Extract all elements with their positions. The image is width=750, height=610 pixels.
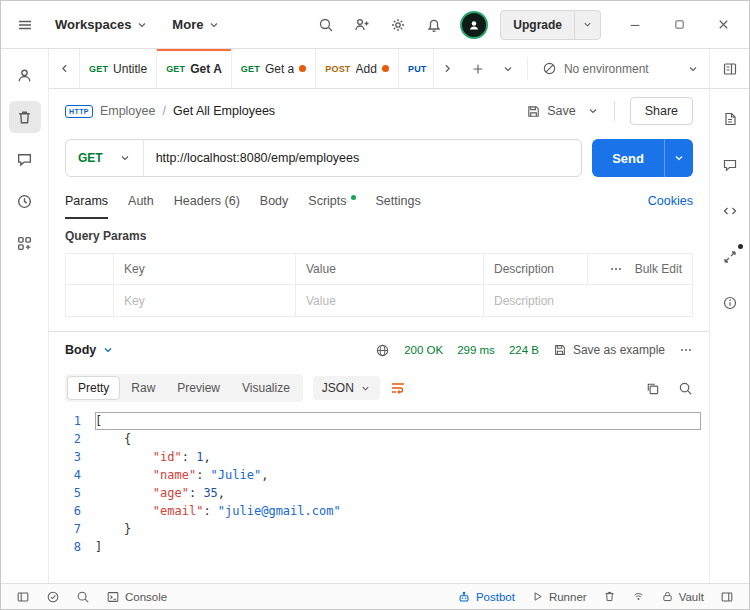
sidebar-item-more-apps[interactable] (9, 227, 41, 259)
save-options-caret[interactable] (587, 105, 599, 117)
send-button[interactable]: Send (592, 139, 664, 177)
response-body-dropdown[interactable]: Body (65, 343, 114, 357)
code-line[interactable]: 6 "email": "julie@gmail.com" (49, 502, 701, 520)
maximize-button[interactable] (667, 13, 691, 37)
close-button[interactable] (711, 13, 735, 37)
settings-button[interactable] (384, 11, 412, 39)
sidebar-item-collections[interactable] (9, 101, 41, 133)
workspaces-menu[interactable]: Workspaces (47, 11, 156, 38)
save-button[interactable]: Save (526, 104, 576, 119)
tab-add-employee[interactable]: POST Add (315, 49, 399, 88)
notifications-button[interactable] (420, 11, 448, 39)
tab-scripts[interactable]: Scripts (308, 183, 355, 219)
method-dropdown[interactable]: GET (66, 140, 144, 176)
sync-status-button[interactable] (41, 588, 65, 606)
search-in-response-icon[interactable] (678, 381, 693, 396)
code-line[interactable]: 8] (49, 538, 701, 556)
wrap-lines-icon[interactable] (390, 380, 406, 396)
code-line-content[interactable]: { (95, 430, 701, 448)
related-requests-button[interactable] (714, 241, 746, 273)
invite-button[interactable] (348, 11, 376, 39)
code-line[interactable]: 7 } (49, 520, 701, 538)
tab-put-request[interactable]: PUT (398, 49, 434, 88)
param-value-input[interactable] (306, 294, 473, 308)
select-all-cell[interactable] (66, 254, 114, 285)
code-line-content[interactable]: "name": "Julie", (95, 466, 701, 484)
info-button[interactable] (714, 287, 746, 319)
tab-preview[interactable]: Preview (166, 376, 231, 400)
sidebar-item-user[interactable] (9, 59, 41, 91)
code-line-content[interactable]: [ (95, 412, 701, 430)
minimize-button[interactable] (623, 13, 647, 37)
search-button[interactable] (312, 11, 340, 39)
share-button[interactable]: Share (630, 97, 693, 125)
tabs-back-button[interactable] (49, 49, 79, 88)
tab-body[interactable]: Body (260, 183, 289, 219)
url-input[interactable] (144, 140, 582, 176)
runner-button[interactable]: Runner (526, 588, 592, 605)
sidebar-item-history[interactable] (9, 185, 41, 217)
tab-params[interactable]: Params (65, 183, 108, 219)
code-line-content[interactable]: "email": "julie@gmail.com" (95, 502, 701, 520)
breadcrumb-request-name[interactable]: Get All Employees (173, 104, 275, 118)
code-line-content[interactable]: "id": 1, (95, 448, 701, 466)
code-line[interactable]: 4 "name": "Julie", (49, 466, 701, 484)
environment-selector[interactable]: No environment (532, 49, 709, 88)
code-line[interactable]: 1[ (49, 412, 701, 430)
code-line[interactable]: 5 "age": 35, (49, 484, 701, 502)
tab-headers[interactable]: Headers (6) (174, 183, 240, 219)
cookies-link[interactable]: Cookies (648, 183, 693, 219)
send-options-caret[interactable] (664, 139, 693, 177)
toggle-sidebar-button[interactable] (11, 588, 35, 606)
response-size[interactable]: 224 B (509, 344, 539, 356)
bulk-edit-button[interactable]: Bulk Edit (635, 262, 682, 276)
format-dropdown[interactable]: JSON (313, 376, 380, 400)
code-line-content[interactable]: "age": 35, (95, 484, 701, 502)
row-checkbox-cell[interactable] (66, 285, 114, 316)
tab-visualize[interactable]: Visualize (231, 376, 301, 400)
new-tab-button[interactable] (463, 49, 493, 88)
tab-raw[interactable]: Raw (120, 376, 166, 400)
tab-get-all-employees[interactable]: GET Get A (156, 49, 232, 88)
trash-button[interactable] (598, 588, 621, 605)
code-line-content[interactable]: } (95, 520, 701, 538)
upgrade-button[interactable]: Upgrade (501, 11, 574, 39)
postbot-button[interactable]: Postbot (452, 588, 520, 606)
save-as-example-button[interactable]: Save as example (553, 343, 665, 357)
code-line[interactable]: 3 "id": 1, (49, 448, 701, 466)
sidebar-item-comments[interactable] (9, 143, 41, 175)
response-time[interactable]: 299 ms (457, 344, 495, 356)
tab-options-button[interactable] (493, 49, 523, 88)
console-button[interactable]: Console (101, 588, 172, 606)
vault-button[interactable]: Vault (656, 588, 709, 605)
response-options-ellipsis-icon[interactable] (679, 343, 693, 357)
main-menu-button[interactable] (11, 11, 39, 39)
code-line-content[interactable]: ] (95, 538, 701, 556)
tab-untitled-request[interactable]: GET Untitle (79, 49, 157, 88)
globe-icon[interactable] (375, 343, 390, 358)
copy-icon[interactable] (645, 381, 660, 396)
tab-settings[interactable]: Settings (376, 183, 421, 219)
tab-get-employee[interactable]: GET Get a (231, 49, 316, 88)
param-key-input[interactable] (124, 294, 285, 308)
param-description-input[interactable] (494, 294, 682, 308)
env-quick-look-button[interactable] (716, 55, 744, 83)
tabs-forward-button[interactable] (433, 49, 463, 88)
comments-button[interactable] (714, 149, 746, 181)
tab-pretty[interactable]: Pretty (67, 376, 120, 400)
breadcrumb-collection[interactable]: Employee (100, 104, 156, 118)
toggle-right-panel-button[interactable] (715, 588, 739, 606)
chevron-down-icon (582, 19, 593, 30)
tab-auth[interactable]: Auth (128, 183, 154, 219)
capture-requests-button[interactable] (627, 588, 650, 605)
ellipsis-icon[interactable] (609, 262, 623, 276)
code-line[interactable]: 2 { (49, 430, 701, 448)
user-avatar[interactable] (460, 11, 488, 39)
more-menu[interactable]: More (164, 11, 228, 38)
documentation-button[interactable] (714, 103, 746, 135)
find-replace-button[interactable] (71, 588, 95, 606)
response-code-editor[interactable]: 1[2 {3 "id": 1,4 "name": "Julie",5 "age"… (49, 408, 709, 583)
upgrade-caret-button[interactable] (574, 11, 600, 39)
code-snippet-button[interactable] (714, 195, 746, 227)
status-code[interactable]: 200 OK (404, 344, 443, 356)
